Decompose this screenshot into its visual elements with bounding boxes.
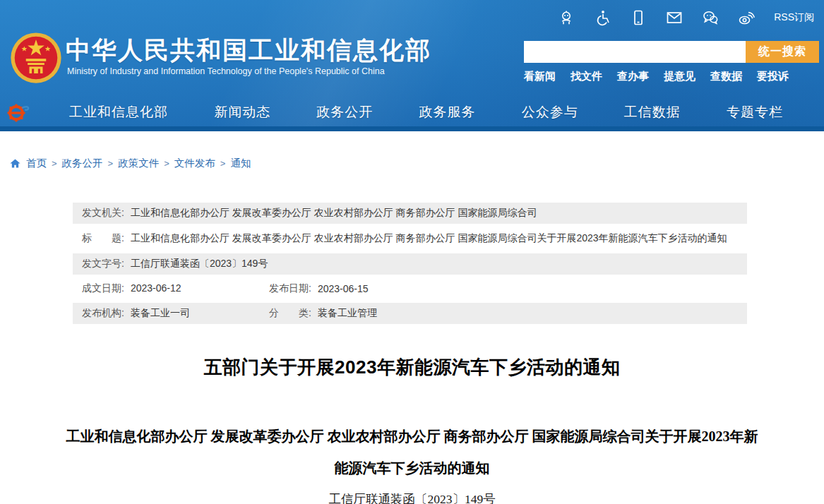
banner-bottom-strip bbox=[0, 126, 824, 131]
meta-row-title: 标 题: 工业和信息化部办公厅 发展改革委办公厅 农业农村部办公厅 商务部办公厅… bbox=[73, 226, 747, 251]
site-title-cn: 中华人民共和国工业和信息化部 bbox=[66, 34, 431, 67]
nav-item-miit-data[interactable]: 工信数据 bbox=[624, 103, 681, 121]
meta-value: 工业和信息化部办公厅 发展改革委办公厅 农业农村部办公厅 商务部办公厅 国家能源… bbox=[131, 232, 727, 245]
meta-label: 发文机关: bbox=[82, 207, 124, 220]
document-title: 五部门关于开展2023年新能源汽车下乡活动的通知 bbox=[0, 355, 824, 380]
mail-icon[interactable] bbox=[666, 9, 683, 26]
meta-row-doc-number: 发文字号: 工信厅联通装函〔2023〕149号 bbox=[73, 253, 747, 275]
search-input[interactable] bbox=[524, 41, 746, 63]
breadcrumb-separator: > bbox=[52, 158, 57, 169]
topbar: RSS订阅 bbox=[558, 9, 814, 26]
meta-label: 分 类: bbox=[269, 307, 311, 320]
document-subtitle: 工业和信息化部办公厅 发展改革委办公厅 农业农村部办公厅 商务部办公厅 国家能源… bbox=[64, 421, 760, 484]
breadcrumb-separator: > bbox=[108, 158, 114, 169]
egov-gear-icon bbox=[6, 100, 31, 125]
document-number: 工信厅联通装函〔2023〕149号 bbox=[0, 491, 824, 504]
meta-value: 装备工业一司 bbox=[131, 307, 190, 320]
meta-value: 2023-06-15 bbox=[318, 283, 369, 294]
document-meta-table: 发文机关: 工业和信息化部办公厅 发展改革委办公厅 农业农村部办公厅 商务部办公… bbox=[73, 203, 747, 324]
quick-link-news[interactable]: 看新闻 bbox=[524, 70, 556, 83]
meta-label: 成文日期: bbox=[82, 282, 124, 295]
meta-value: 工信厅联通装函〔2023〕149号 bbox=[131, 258, 268, 270]
breadcrumb-separator: > bbox=[220, 158, 226, 169]
breadcrumb: 首页 > 政务公开 > 政策文件 > 文件发布 > 通知 bbox=[0, 131, 824, 170]
meta-label: 发文字号: bbox=[82, 258, 124, 270]
search-bar: 统一搜索 bbox=[524, 41, 819, 63]
breadcrumb-gov-affairs[interactable]: 政务公开 bbox=[62, 157, 103, 170]
rss-subscribe-link[interactable]: RSS订阅 bbox=[774, 11, 814, 24]
quick-link-data[interactable]: 查数据 bbox=[710, 70, 742, 83]
site-banner: RSS订阅 中华人民共和国工业和信息化部 Ministry of Industr… bbox=[0, 0, 824, 131]
meta-value: 装备工业管理 bbox=[318, 307, 377, 320]
nav-item-special-topics[interactable]: 专题专栏 bbox=[727, 103, 783, 121]
meta-row-dates: 成文日期: 2023-06-12 发布日期: 2023-06-15 bbox=[73, 277, 747, 301]
nav-item-ministry[interactable]: 工业和信息化部 bbox=[69, 103, 168, 121]
home-icon[interactable] bbox=[9, 157, 21, 169]
nav-item-news[interactable]: 新闻动态 bbox=[214, 103, 270, 121]
national-emblem-logo bbox=[9, 31, 63, 85]
breadcrumb-separator: > bbox=[164, 158, 169, 169]
quick-link-services[interactable]: 查办事 bbox=[617, 70, 649, 83]
nav-item-gov-affairs[interactable]: 政务公开 bbox=[316, 103, 373, 121]
meta-row-issuing-agency: 发文机关: 工业和信息化部办公厅 发展改革委办公厅 农业农村部办公厅 商务部办公… bbox=[73, 203, 747, 224]
meta-value: 工业和信息化部办公厅 发展改革委办公厅 农业农村部办公厅 商务部办公厅 国家能源… bbox=[131, 207, 537, 220]
breadcrumb-home[interactable]: 首页 bbox=[26, 157, 47, 170]
quick-link-suggest[interactable]: 提意见 bbox=[664, 70, 695, 83]
nav-items: 工业和信息化部 新闻动态 政务公开 政务服务 公众参与 工信数据 专题专栏 bbox=[69, 103, 783, 121]
site-title-en: Ministry of Industry and Information Tec… bbox=[67, 66, 385, 76]
unified-search-button[interactable]: 统一搜索 bbox=[746, 41, 819, 63]
quick-link-complain[interactable]: 要投诉 bbox=[757, 70, 789, 83]
nav-item-gov-services[interactable]: 政务服务 bbox=[419, 103, 475, 121]
breadcrumb-policy-files[interactable]: 政策文件 bbox=[118, 157, 159, 170]
meta-row-publisher: 发布机构: 装备工业一司 分 类: 装备工业管理 bbox=[73, 303, 747, 324]
meta-value: 2023-06-12 bbox=[131, 282, 181, 295]
robot-icon[interactable] bbox=[558, 9, 575, 26]
quick-link-files[interactable]: 找文件 bbox=[571, 70, 602, 83]
accessibility-icon[interactable] bbox=[594, 9, 611, 26]
nav-item-participation[interactable]: 公众参与 bbox=[522, 103, 578, 121]
meta-label: 发布机构: bbox=[82, 307, 124, 320]
breadcrumb-file-release[interactable]: 文件发布 bbox=[174, 157, 215, 170]
weibo-icon[interactable] bbox=[738, 9, 755, 26]
mobile-icon[interactable] bbox=[630, 9, 647, 26]
wechat-icon[interactable] bbox=[702, 9, 719, 26]
main-nav: 工业和信息化部 新闻动态 政务公开 政务服务 公众参与 工信数据 专题专栏 bbox=[0, 97, 824, 126]
breadcrumb-notice[interactable]: 通知 bbox=[230, 157, 251, 170]
meta-label: 标 题: bbox=[82, 232, 124, 245]
quick-links: 看新闻 找文件 查办事 提意见 查数据 要投诉 bbox=[524, 70, 789, 83]
meta-label: 发布日期: bbox=[269, 282, 311, 295]
